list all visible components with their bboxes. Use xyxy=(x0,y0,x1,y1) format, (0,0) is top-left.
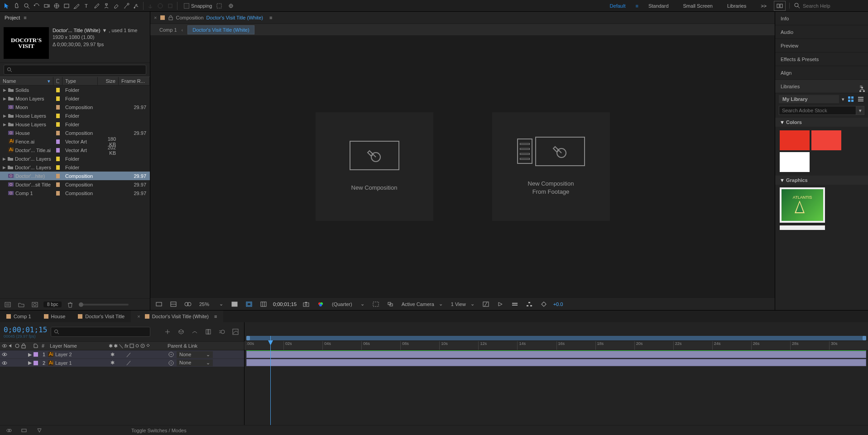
workspace-overflow[interactable]: >> xyxy=(753,1,774,10)
timeline-icon[interactable] xyxy=(510,299,520,309)
always-preview-icon[interactable] xyxy=(154,299,164,309)
roi-icon[interactable] xyxy=(385,299,395,309)
project-item[interactable]: House Composition 29.97 xyxy=(0,129,150,137)
graphics-section-header[interactable]: ▼ Graphics xyxy=(775,176,868,185)
delete-icon[interactable] xyxy=(65,300,75,310)
transparency-grid-icon[interactable] xyxy=(168,299,178,309)
snapping-toggle[interactable]: Snapping xyxy=(184,1,236,11)
parent-dropdown[interactable]: None⌄ xyxy=(177,359,213,366)
views-dropdown[interactable]: 1 View ⌄ xyxy=(449,301,476,307)
quality-icon[interactable]: ／ xyxy=(126,359,131,366)
snap-option2-icon[interactable] xyxy=(226,1,236,11)
list-view-icon[interactable] xyxy=(857,96,864,103)
pixel-aspect-icon[interactable] xyxy=(481,299,491,309)
toggle-switch-icon-3[interactable] xyxy=(34,425,44,435)
pickwhip-icon[interactable] xyxy=(168,360,174,366)
fast-preview-icon[interactable] xyxy=(495,299,505,309)
shy-icon[interactable]: ✱ xyxy=(110,352,115,358)
flow-item-parent[interactable]: Comp 1 xyxy=(159,27,177,33)
timeline-layer-row[interactable]: ▶ 2 AiLayer 1 ✱／ None⌄ xyxy=(0,359,244,367)
chevron-down-icon[interactable]: ▾ xyxy=(842,96,844,102)
puppet-tool-icon[interactable] xyxy=(131,1,141,11)
camera-dropdown[interactable]: Active Camera ⌄ xyxy=(400,301,445,307)
toggle-switches-modes[interactable]: Toggle Switches / Modes xyxy=(131,428,187,433)
timeline-layer-row[interactable]: ▶ 1 AiLayer 2 ✱／ None⌄ xyxy=(0,350,244,359)
safe-zones-icon[interactable] xyxy=(244,299,254,309)
tab-menu-icon[interactable]: ≡ xyxy=(214,314,217,319)
tracks-area[interactable] xyxy=(245,350,868,425)
project-panel-menu-icon[interactable]: ≡ xyxy=(24,15,26,20)
project-item[interactable]: ▶Solids Folder xyxy=(0,86,150,94)
pickwhip-icon[interactable] xyxy=(168,352,174,357)
world-axis-icon[interactable] xyxy=(155,1,165,11)
comp-mini-flowchart-icon[interactable] xyxy=(163,327,173,337)
project-item[interactable]: Doctor'...hite) Composition 29.97 xyxy=(0,172,150,180)
time-ruler[interactable]: :00s02s04s06s08s10s12s14s16s18s20s22s24s… xyxy=(245,341,868,350)
project-item[interactable]: ▶House Layers Folder xyxy=(0,111,150,120)
library-dropdown[interactable]: My Library xyxy=(779,95,839,103)
color-swatch[interactable] xyxy=(780,152,810,172)
resolution-full-icon[interactable] xyxy=(230,299,240,309)
region-icon[interactable] xyxy=(371,299,381,309)
project-item[interactable]: Doctor'...sit Title Composition 29.97 xyxy=(0,180,150,189)
color-swatch[interactable] xyxy=(780,130,810,150)
rectangle-tool-icon[interactable] xyxy=(62,1,72,11)
graphic-thumbnail[interactable]: ATLANTIS xyxy=(780,187,825,223)
current-timecode[interactable]: 0;00;01;15 xyxy=(4,325,47,334)
project-item-list[interactable]: ▶Solids Folder ▶Moon Layers Folder Moon … xyxy=(0,86,150,298)
workspace-libraries[interactable]: Libraries xyxy=(720,1,753,10)
color-swatch[interactable] xyxy=(811,130,841,150)
timeline-tab[interactable]: Doctor's Visit Title xyxy=(72,311,131,322)
interpret-footage-icon[interactable] xyxy=(3,300,13,310)
eraser-tool-icon[interactable] xyxy=(111,1,121,11)
project-item[interactable]: ▶Moon Layers Folder xyxy=(0,94,150,103)
stock-search-input[interactable] xyxy=(779,106,856,115)
project-item[interactable]: ▶Doctor'... Layers Folder xyxy=(0,154,150,163)
parent-dropdown[interactable]: None⌄ xyxy=(177,351,213,358)
project-item[interactable]: ▶House Layers Folder xyxy=(0,120,150,129)
layer-bar-2[interactable] xyxy=(246,359,866,366)
new-composition-card[interactable]: New Composition xyxy=(316,112,433,221)
shy-icon[interactable]: ✱ xyxy=(110,360,115,366)
column-framerate[interactable]: Frame R... xyxy=(119,77,150,85)
exposure-value[interactable]: +0.0 xyxy=(553,301,563,307)
parent-column[interactable]: Parent & Link xyxy=(166,342,244,350)
comp-flowchart-icon[interactable] xyxy=(524,299,534,309)
column-type[interactable]: Type xyxy=(62,77,98,85)
timeline-tab[interactable]: Comp 1 xyxy=(0,311,38,322)
composition-viewer[interactable]: New Composition New Composition From Foo… xyxy=(150,35,775,297)
timeline-search-input[interactable] xyxy=(51,327,150,337)
search-dropdown-icon[interactable]: ▾ xyxy=(856,106,864,115)
view-axis-icon[interactable] xyxy=(165,1,175,11)
visibility-icon[interactable] xyxy=(2,352,7,357)
toggle-switch-icon-2[interactable] xyxy=(19,425,29,435)
close-panel-icon[interactable]: × xyxy=(154,15,157,20)
graphic-thumbnail-partial[interactable] xyxy=(780,225,825,230)
project-item[interactable]: AiFence.ai Vector Art 180 KB xyxy=(0,137,150,146)
grid-view-icon[interactable] xyxy=(847,96,854,103)
composition-active-name[interactable]: Doctor's Visit Title (White) xyxy=(206,15,263,20)
timeline-tab[interactable]: ×Doctor's Visit Title (White) ≡ xyxy=(131,311,223,322)
preview-panel-header[interactable]: Preview xyxy=(775,39,868,53)
playhead[interactable] xyxy=(270,336,271,425)
workspace-small-screen[interactable]: Small Screen xyxy=(676,1,720,10)
hide-shy-icon[interactable] xyxy=(190,327,200,337)
thumbnail-size-slider[interactable] xyxy=(79,304,129,306)
timeline-right-pane[interactable]: :00s02s04s06s08s10s12s14s16s18s20s22s24s… xyxy=(245,322,868,425)
reset-exposure-icon[interactable] xyxy=(539,299,549,309)
new-composition-icon[interactable] xyxy=(30,300,40,310)
brush-tool-icon[interactable] xyxy=(91,1,101,11)
pan-behind-tool-icon[interactable] xyxy=(52,1,62,11)
type-tool-icon[interactable]: T xyxy=(82,1,91,11)
composition-panel-menu-icon[interactable]: ≡ xyxy=(269,15,272,20)
quality-icon[interactable]: ／ xyxy=(126,351,131,358)
clone-stamp-tool-icon[interactable] xyxy=(101,1,111,11)
workspace-default-menu-icon[interactable]: ≡ xyxy=(633,3,641,9)
project-bit-depth[interactable]: 8 bpc xyxy=(43,301,62,307)
layer-name-column[interactable]: Layer Name xyxy=(48,342,107,350)
axis-mode-icon[interactable] xyxy=(145,1,155,11)
column-name[interactable]: Name▾ xyxy=(0,77,53,85)
dropdown-icon[interactable]: ▼ xyxy=(102,27,107,34)
motion-blur-icon[interactable] xyxy=(217,327,227,337)
project-panel-header[interactable]: Project ≡ xyxy=(0,12,150,24)
